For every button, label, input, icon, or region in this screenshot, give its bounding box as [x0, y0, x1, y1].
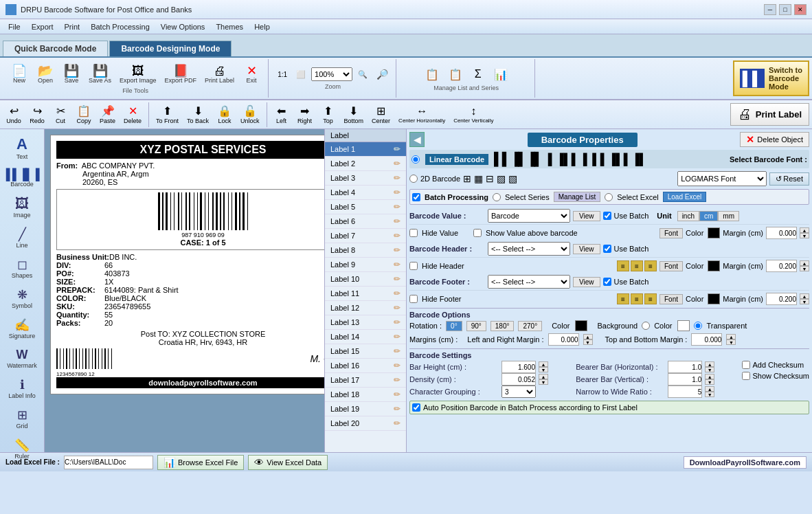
zoom-select[interactable]: 100% 75% 125% 150%: [311, 67, 352, 81]
top-bottom-margin-input[interactable]: [691, 333, 722, 346]
to-front-button[interactable]: ⬆ To Front: [153, 102, 182, 126]
value-margin-down[interactable]: ▼: [800, 233, 809, 238]
delete-object-button[interactable]: ✕ Delete Object: [740, 132, 809, 147]
bar-height-down[interactable]: ▼: [539, 367, 548, 372]
tool-text[interactable]: A Text: [2, 132, 42, 164]
label-item-16[interactable]: Label 16 ✏: [325, 359, 406, 373]
align-right-button[interactable]: ➡ Right: [294, 102, 316, 126]
to-back-button[interactable]: ⬇ To Back: [183, 102, 212, 126]
header-view-button[interactable]: View: [573, 244, 600, 254]
label-item-1[interactable]: Label 1 ✏: [325, 142, 406, 157]
label-item-12[interactable]: Label 12 ✏: [325, 301, 406, 315]
tool-shapes[interactable]: ◻ Shapes: [2, 254, 42, 282]
footer-font-button[interactable]: Font: [659, 294, 683, 304]
new-button[interactable]: 📄 New: [7, 63, 32, 86]
barcode-value-view-button[interactable]: View: [573, 211, 600, 221]
export-image-button[interactable]: 🖼 Export Image: [116, 63, 160, 86]
hide-footer-checkbox[interactable]: [409, 295, 418, 303]
exit-button[interactable]: ✕ Exit: [239, 63, 264, 86]
minimize-button[interactable]: ─: [764, 4, 776, 15]
narrow-wide-down[interactable]: ▼: [705, 392, 714, 397]
rotation-270-button[interactable]: 270°: [518, 321, 542, 331]
narrow-wide-input[interactable]: [668, 386, 702, 398]
menu-export[interactable]: Export: [26, 21, 59, 32]
bar-height-input[interactable]: [501, 361, 536, 373]
label-item-3[interactable]: Label 3 ✏: [325, 171, 406, 186]
barcode-value-select[interactable]: Barcode: [488, 209, 570, 223]
density-up[interactable]: ▲: [539, 374, 548, 379]
linear-barcode-radio[interactable]: [411, 155, 420, 164]
label-item-18[interactable]: Label 18 ✏: [325, 388, 406, 402]
tab-quick-barcode[interactable]: Quick Barcode Mode: [3, 41, 108, 56]
2d-barcode-radio[interactable]: [409, 175, 418, 183]
rotation-90-button[interactable]: 90°: [466, 321, 486, 331]
header-align-left[interactable]: ≡: [617, 260, 629, 271]
print-label-toolbar-button[interactable]: 🖨 Print Label: [201, 63, 238, 86]
paste-button[interactable]: 📌 Paste: [96, 102, 119, 126]
lr-margin-down[interactable]: ▼: [583, 339, 593, 345]
bar-height-up[interactable]: ▲: [539, 361, 548, 367]
label-item-4[interactable]: Label 4 ✏: [325, 186, 406, 200]
header-margin-input[interactable]: [766, 260, 797, 272]
value-margin-up[interactable]: ▲: [800, 227, 809, 233]
center-button[interactable]: ⊞ Center: [368, 102, 394, 126]
zoom-in-button[interactable]: 🔍: [354, 68, 371, 81]
header-align-center[interactable]: ≡: [631, 260, 643, 271]
left-right-margin-input[interactable]: [548, 333, 579, 346]
add-checksum-checkbox[interactable]: [742, 361, 750, 369]
label-item-15[interactable]: Label 15 ✏: [325, 344, 406, 359]
footer-margin-up[interactable]: ▲: [800, 293, 809, 299]
unit-cm-button[interactable]: cm: [699, 211, 718, 221]
align-bottom-button[interactable]: ⬇ Bottom: [341, 102, 368, 126]
tool-barcode[interactable]: ▌▌▐▌▐ Barcode: [2, 165, 42, 191]
sigma-btn[interactable]: Σ: [469, 66, 488, 83]
menu-print[interactable]: Print: [59, 21, 86, 32]
tool-watermark[interactable]: W Watermark: [2, 344, 42, 372]
label-item-8[interactable]: Label 8 ✏: [325, 243, 406, 258]
redo-button[interactable]: ↪ Redo: [26, 102, 48, 126]
bearer-v-up[interactable]: ▲: [705, 374, 714, 379]
bearer-h-down[interactable]: ▼: [705, 367, 714, 372]
cut-button[interactable]: ✂ Cut: [49, 102, 71, 126]
rotation-180-button[interactable]: 180°: [490, 321, 515, 331]
label-item-6[interactable]: Label 6 ✏: [325, 214, 406, 229]
footer-view-button[interactable]: View: [573, 277, 600, 287]
close-button[interactable]: ✕: [794, 4, 807, 15]
copy-button[interactable]: 📋 Copy: [73, 102, 95, 126]
delete-button[interactable]: ✕ Delete: [120, 102, 145, 126]
footer-align-left[interactable]: ≡: [617, 293, 629, 304]
transparent-radio[interactable]: [694, 322, 702, 330]
value-margin-input[interactable]: [766, 227, 797, 239]
label-item-10[interactable]: Label 10 ✏: [325, 272, 406, 287]
switch-barcode-mode-button[interactable]: ▌▌ Switch to Barcode Mode: [733, 60, 809, 96]
center-horiz-button[interactable]: ↔ Center Horizontally: [395, 103, 449, 126]
batch-processing-checkbox[interactable]: [412, 193, 420, 201]
footer-align-right[interactable]: ≡: [644, 293, 657, 304]
reset-button[interactable]: ↺ Reset: [769, 172, 809, 186]
tb-margin-down[interactable]: ▼: [726, 339, 736, 345]
auto-position-checkbox[interactable]: [412, 403, 420, 412]
bearer-h-up[interactable]: ▲: [705, 361, 714, 367]
label-item-14[interactable]: Label 14 ✏: [325, 330, 406, 344]
value-font-button[interactable]: Font: [659, 228, 683, 238]
narrow-wide-up[interactable]: ▲: [705, 386, 714, 392]
tool-image[interactable]: 🖼 Image: [2, 192, 42, 222]
tool-signature[interactable]: ✍ Signature: [2, 314, 42, 343]
label-item-2[interactable]: Label 2 ✏: [325, 157, 406, 171]
label-item-19[interactable]: Label 19 ✏: [325, 402, 406, 416]
options-color-box[interactable]: [575, 320, 587, 331]
header-margin-down[interactable]: ▼: [800, 266, 809, 271]
manage-list-btn[interactable]: 📋: [422, 66, 442, 83]
footer-select[interactable]: <-- Select -->: [488, 275, 570, 289]
center-vert-button[interactable]: ↕ Center Vertically: [450, 103, 497, 126]
footer-align-center[interactable]: ≡: [631, 293, 643, 304]
rotation-0-button[interactable]: 0°: [446, 321, 462, 331]
excel-path-input[interactable]: [64, 456, 153, 469]
label-item-13[interactable]: Label 13 ✏: [325, 315, 406, 330]
bearer-bar-v-input[interactable]: [668, 373, 702, 386]
open-button[interactable]: 📂 Open: [33, 63, 58, 86]
lock-button[interactable]: 🔒 Lock: [214, 102, 236, 126]
select-series-radio[interactable]: [493, 193, 501, 201]
bearer-bar-h-input[interactable]: [668, 361, 702, 373]
use-batch-checkbox[interactable]: [603, 212, 611, 220]
